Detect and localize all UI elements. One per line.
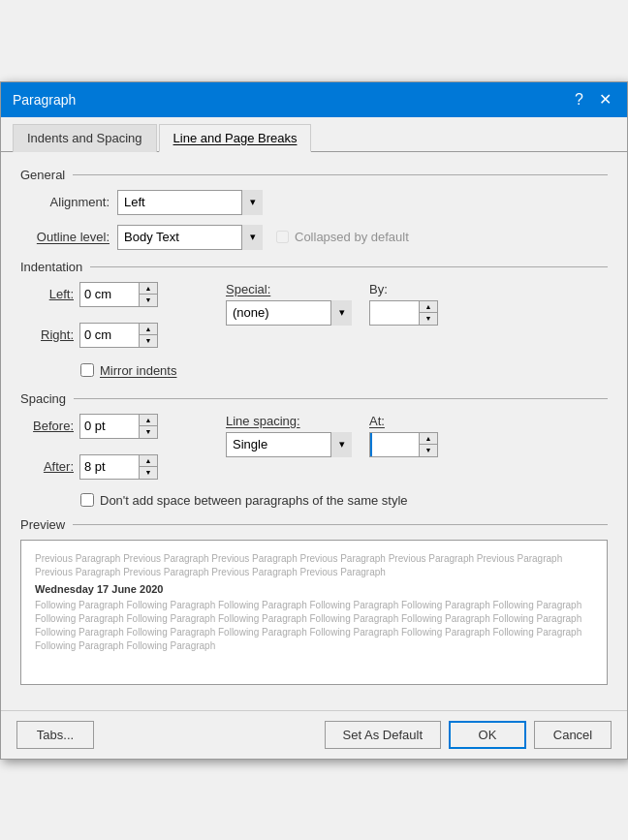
- right-label: Right:: [20, 327, 74, 342]
- at-input[interactable]: [370, 433, 419, 456]
- line-spacing-select[interactable]: Single 1.5 lines Double At least Exactly…: [226, 432, 352, 457]
- left-input[interactable]: [80, 283, 139, 306]
- set-default-button[interactable]: Set As Default: [325, 721, 441, 749]
- line-at-fields: Line spacing: Single 1.5 lines Double At…: [226, 414, 438, 457]
- collapsed-checkbox[interactable]: [276, 231, 289, 243]
- help-button[interactable]: ?: [571, 92, 587, 108]
- line-spacing-field: Line spacing: Single 1.5 lines Double At…: [226, 414, 352, 457]
- dialog-footer: Tabs... Set As Default OK Cancel: [1, 710, 627, 759]
- tab-line-page-breaks-label: Line and Page Breaks: [173, 131, 298, 145]
- at-field: At: ▲ ▼: [369, 414, 438, 457]
- spacing-section-label: Spacing: [20, 391, 608, 406]
- line-spacing-label: Line spacing:: [226, 414, 352, 428]
- left-label: Left:: [20, 287, 74, 301]
- right-spin-up[interactable]: ▲: [140, 324, 157, 335]
- at-spin-down[interactable]: ▼: [420, 445, 437, 456]
- after-spin: ▲ ▼: [79, 454, 158, 480]
- mirror-indents-checkbox[interactable]: [80, 363, 94, 377]
- indentation-fields: Left: ▲ ▼ Right:: [20, 282, 608, 356]
- tabs-button[interactable]: Tabs...: [16, 721, 94, 749]
- title-bar-controls: ? ✕: [571, 92, 615, 108]
- by-label: By:: [369, 282, 438, 296]
- preview-section: Preview Previous Paragraph Previous Para…: [20, 517, 608, 685]
- special-select-wrap: (none) First line Hanging: [226, 300, 352, 326]
- left-field-row: Left: ▲ ▼: [20, 282, 158, 307]
- right-input[interactable]: [80, 324, 139, 347]
- indentation-section: Indentation Left: ▲ ▼: [20, 260, 608, 378]
- alignment-group: Alignment: Left Centered Right Justified: [20, 190, 608, 215]
- tab-line-page-breaks[interactable]: Line and Page Breaks: [159, 124, 312, 152]
- at-label: At:: [369, 414, 438, 428]
- before-spin-buttons: ▲ ▼: [139, 415, 157, 438]
- after-spin-buttons: ▲ ▼: [139, 455, 157, 479]
- left-right-fields: Left: ▲ ▼ Right:: [20, 282, 158, 356]
- cancel-button[interactable]: Cancel: [534, 721, 612, 749]
- ok-button[interactable]: OK: [449, 721, 526, 749]
- mirror-indents-label[interactable]: Mirror indents: [100, 363, 176, 378]
- dont-add-space-group: Don't add space between paragraphs of th…: [80, 493, 608, 508]
- alignment-label: Alignment:: [20, 195, 117, 209]
- general-section-label: General: [20, 168, 608, 182]
- right-spin-buttons: ▲ ▼: [139, 324, 157, 347]
- by-spin-up[interactable]: ▲: [420, 301, 437, 313]
- by-spin-down[interactable]: ▼: [420, 313, 437, 325]
- at-spin: ▲ ▼: [369, 432, 438, 457]
- collapsed-group: Collapsed by default: [276, 230, 409, 244]
- before-spin-up[interactable]: ▲: [140, 415, 157, 426]
- preview-previous-text: Previous Paragraph Previous Paragraph Pr…: [35, 552, 593, 579]
- preview-box: Previous Paragraph Previous Paragraph Pr…: [20, 540, 608, 685]
- outline-select[interactable]: Body Text Level 1 Level 2 Level 3: [117, 225, 263, 250]
- before-after-fields: Before: ▲ ▼ After:: [20, 414, 158, 487]
- collapsed-label: Collapsed by default: [295, 230, 409, 244]
- alignment-select[interactable]: Left Centered Right Justified: [117, 190, 263, 215]
- tab-bar: Indents and Spacing Line and Page Breaks: [1, 117, 627, 152]
- outline-group: Outline level: Body Text Level 1 Level 2…: [20, 225, 608, 250]
- outline-select-wrap: Body Text Level 1 Level 2 Level 3: [117, 225, 263, 250]
- by-spin: ▲ ▼: [369, 300, 438, 326]
- after-input[interactable]: [80, 455, 139, 479]
- left-spin-down[interactable]: ▼: [140, 295, 157, 306]
- by-input[interactable]: [370, 301, 419, 325]
- left-spin-up[interactable]: ▲: [140, 283, 157, 295]
- before-spin-down[interactable]: ▼: [140, 426, 157, 438]
- general-section: General Alignment: Left Centered Right J…: [20, 168, 608, 250]
- by-spin-buttons: ▲ ▼: [419, 301, 437, 325]
- special-by-fields: Special: (none) First line Hanging By:: [226, 282, 438, 326]
- right-field-row: Right: ▲ ▼: [20, 323, 158, 348]
- left-spin: ▲ ▼: [79, 282, 158, 307]
- line-spacing-select-wrap: Single 1.5 lines Double At least Exactly…: [226, 432, 352, 457]
- before-field-row: Before: ▲ ▼: [20, 414, 158, 439]
- special-label: Special:: [226, 282, 352, 296]
- dialog-title: Paragraph: [13, 92, 76, 108]
- special-select[interactable]: (none) First line Hanging: [226, 300, 352, 326]
- before-input[interactable]: [80, 415, 139, 438]
- preview-following-text: Following Paragraph Following Paragraph …: [35, 599, 593, 653]
- spacing-fields: Before: ▲ ▼ After:: [20, 414, 608, 487]
- at-spin-up[interactable]: ▲: [420, 433, 437, 445]
- tab-indents-spacing[interactable]: Indents and Spacing: [13, 124, 157, 152]
- after-field-row: After: ▲ ▼: [20, 454, 158, 480]
- paragraph-dialog: Paragraph ? ✕ Indents and Spacing Line a…: [0, 81, 628, 760]
- left-spin-buttons: ▲ ▼: [139, 283, 157, 306]
- close-button[interactable]: ✕: [595, 92, 615, 108]
- preview-section-label: Preview: [20, 517, 608, 532]
- dont-add-space-checkbox[interactable]: [80, 493, 94, 507]
- after-spin-up[interactable]: ▲: [140, 455, 157, 467]
- indentation-section-label: Indentation: [20, 260, 608, 274]
- mirror-indents-group: Mirror indents: [80, 363, 608, 378]
- alignment-select-wrap: Left Centered Right Justified: [117, 190, 263, 215]
- dialog-content: General Alignment: Left Centered Right J…: [1, 152, 627, 710]
- by-field: By: ▲ ▼: [369, 282, 438, 326]
- preview-main-text: Wednesday 17 June 2020: [35, 583, 593, 595]
- right-spin-down[interactable]: ▼: [140, 335, 157, 347]
- special-field: Special: (none) First line Hanging: [226, 282, 352, 326]
- title-bar: Paragraph ? ✕: [1, 82, 627, 117]
- tab-indents-spacing-label: Indents and Spacing: [27, 131, 142, 145]
- at-spin-buttons: ▲ ▼: [419, 433, 437, 456]
- spacing-section: Spacing Before: ▲ ▼: [20, 391, 608, 508]
- before-label: Before:: [20, 419, 74, 433]
- dont-add-space-label[interactable]: Don't add space between paragraphs of th…: [100, 493, 408, 508]
- after-spin-down[interactable]: ▼: [140, 467, 157, 479]
- right-spin: ▲ ▼: [79, 323, 158, 348]
- after-label: After:: [20, 459, 74, 474]
